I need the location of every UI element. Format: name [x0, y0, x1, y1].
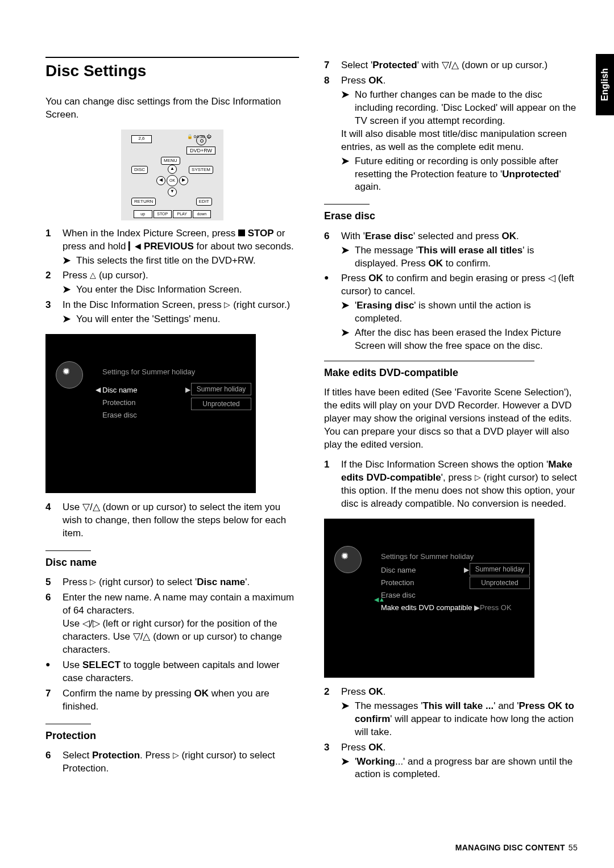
erase-note: The message 'This will erase all titles'… [355, 244, 578, 270]
erase-disc-heading: Erase disc [324, 209, 578, 223]
tv2-right-arrow-icon: ▶ [464, 565, 469, 574]
tv-right-arrow-icon: ▶ [185, 385, 190, 394]
disc-button: DISC [131, 166, 148, 174]
down-icon: ▼ [168, 187, 177, 197]
right-cursor-icon: ▷ [475, 472, 481, 483]
disc-icon [196, 135, 206, 145]
left-icon: ◀ [156, 176, 165, 185]
play-label: PLAY [173, 210, 192, 218]
right-column: 7 Select 'Protected' with ▽/△ (down or u… [324, 57, 578, 783]
tv-item-protection: Protection [102, 397, 137, 409]
up-cursor-icon: △ [90, 270, 96, 281]
step-4: 4 Use ▽/△ (down or up cursor) to select … [45, 501, 299, 540]
tv2-item-make: Make edits DVD compatible ▶Press OK [381, 602, 512, 614]
page-footer: MANAGING DISC CONTENT55 [455, 842, 578, 853]
page-body: Disc Settings You can change disc settin… [0, 0, 614, 806]
tv-item-discname: Disc name [102, 384, 137, 397]
tv2-up-arrow-icon: ◀▲ [374, 595, 385, 604]
make-edits-intro: If titles have been edited (See 'Favorit… [324, 386, 578, 452]
step-3: 3 In the Disc Information Screen, press … [45, 299, 299, 326]
disc-art-icon [334, 546, 362, 573]
menu-button: MENU [161, 157, 180, 165]
tv-item-erase: Erase disc [102, 409, 137, 422]
make-step-2-note: The messages 'This will take ...' and 'P… [355, 700, 578, 739]
remote-diagram: 2,6 🔒 04:30 ⏻ DVD+RW MENU DISC SYSTEM RE… [121, 130, 223, 220]
step-8-line2: It will also disable most title/disc man… [341, 128, 578, 154]
disc-name-heading: Disc name [45, 556, 299, 569]
rule [45, 550, 91, 551]
make-edits-heading: Make edits DVD-compatible [324, 366, 578, 379]
discname-step-7: 7 Confirm the name by pressing OK when y… [45, 687, 299, 713]
step-2-note: You enter the Disc Information Screen. [76, 283, 242, 297]
tv2-value-discname: Summer holiday [470, 563, 530, 575]
tv2-value-protection: Unprotected [470, 577, 530, 589]
rule [45, 724, 91, 724]
step-8-note-2: Future editing or recording is only poss… [355, 155, 578, 194]
right-cursor-icon: ▷ [173, 750, 179, 761]
protection-step-6: 6 Select Protection. Press ▷ (right curs… [45, 749, 299, 775]
down-label: down [193, 210, 211, 218]
erase-bullet-note-2: After the disc has been erased the Index… [355, 327, 578, 353]
stop-icon [238, 229, 245, 236]
erase-bullet: ● Press OK to confirm and begin erasing … [324, 272, 578, 353]
tv2-settings-title: Settings for Summer holiday [381, 552, 474, 562]
rule-long [324, 361, 534, 361]
tv-screenshot-settings: Settings for Summer holiday ◀ Disc name … [45, 334, 256, 493]
discname-step-5: 5 Press ▷ (right cursor) to select 'Disc… [45, 576, 299, 589]
intro-text: You can change disc settings from the Di… [45, 95, 299, 122]
tv2-item-erase: Erase disc [381, 589, 512, 602]
make-step-3: 3 Press OK. ➤'Working...' and a progress… [324, 741, 578, 782]
stop-label: STOP [154, 210, 172, 218]
page-number: 55 [569, 843, 578, 852]
dvdrw-label: DVD+RW [186, 147, 215, 155]
protection-step-7: 7 Select 'Protected' with ▽/△ (down or u… [324, 59, 578, 72]
page-title: Disc Settings [45, 57, 299, 82]
protection-step-8: 8 Press OK. ➤No further changes can be m… [324, 74, 578, 194]
step-1-note: This selects the first title on the DVD+… [76, 254, 256, 268]
system-button: SYSTEM [189, 166, 213, 174]
disc-art-icon [56, 361, 83, 389]
make-step-1: 1 If the Disc Information Screen shows t… [324, 458, 578, 511]
right-cursor-icon: ▷ [224, 299, 230, 311]
remote-lcd: 2,6 [131, 135, 152, 143]
tv-menu-list: Disc name Protection Erase disc [102, 384, 137, 422]
discname-bullet: ● Use SELECT to toggle between capitals … [45, 659, 299, 685]
language-tab: English [596, 54, 614, 115]
left-column: Disc Settings You can change disc settin… [45, 57, 299, 783]
rule [324, 204, 370, 205]
remote-bottom-row: up STOP PLAY down [134, 210, 211, 218]
discname-step-6: 6 Enter the new name. A name may contain… [45, 591, 299, 657]
tv-screenshot-compat: Settings for Summer holiday Disc name Pr… [324, 519, 534, 678]
step-8-note-1: No further changes can be made to the di… [355, 89, 578, 128]
erase-step-6: 6 With 'Erase disc' selected and press O… [324, 230, 578, 270]
return-button: RETURN [131, 198, 156, 206]
right-icon: ▶ [179, 176, 188, 185]
tv-value-discname: Summer holiday [191, 383, 251, 395]
tv-value-protection: Unprotected [191, 398, 251, 410]
dpad: ▲ ▼ ◀ ▶ OK [156, 165, 188, 197]
make-step-2: 2 Press OK. ➤The messages 'This will tak… [324, 686, 578, 739]
right-cursor-icon: ▷ [90, 577, 96, 588]
up-icon: ▲ [168, 165, 177, 174]
ok-button: OK [167, 175, 178, 186]
edit-button: EDIT [196, 198, 212, 206]
erase-bullet-note-1: 'Erasing disc' is shown until the action… [355, 299, 578, 326]
protection-heading: Protection [45, 729, 299, 742]
step-3-note: You will enter the 'Settings' menu. [76, 313, 220, 326]
up-label: up [134, 210, 152, 218]
step-1: 1 When in the Index Picture Screen, pres… [45, 227, 299, 268]
tv-settings-title: Settings for Summer holiday [102, 367, 195, 377]
previous-icon: ▎◀ [128, 241, 141, 251]
step-2: 2 Press △ (up cursor). ➤You enter the Di… [45, 269, 299, 297]
footer-section: MANAGING DISC CONTENT [455, 843, 565, 852]
tv-left-arrow-icon: ◀ [96, 385, 101, 394]
make-step-3-note: 'Working...' and a progress bar are show… [355, 756, 578, 782]
